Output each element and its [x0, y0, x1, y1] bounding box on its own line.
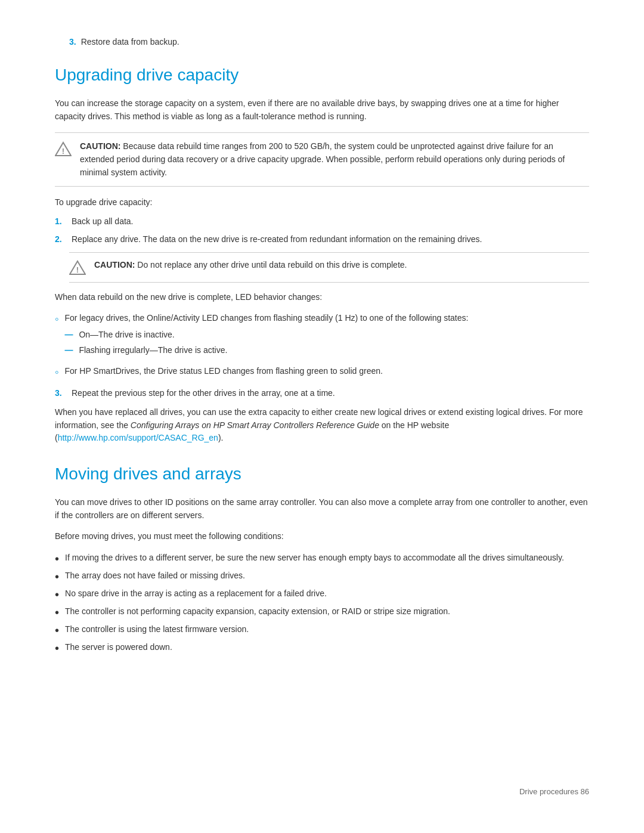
step-content-3: Repeat the previous step for the other d…	[72, 387, 589, 400]
led-bullet-2: ◦	[55, 364, 58, 381]
step3-list: 3. Repeat the previous step for the othe…	[55, 387, 589, 400]
rebuild-intro: When data rebuild on the new drive is co…	[55, 291, 589, 304]
step-number: 3.	[69, 37, 76, 47]
caution-label-1: CAUTION:	[80, 141, 120, 151]
cond-bullet-1: •	[55, 553, 59, 565]
upgrade-step-2: 2. Replace any drive. The data on the ne…	[55, 233, 589, 246]
dash-2: —	[64, 344, 73, 357]
led-sub-list-1: — On—The drive is inactive. — Flashing i…	[64, 329, 468, 357]
led-text-1: For legacy drives, the Online/Activity L…	[64, 312, 468, 360]
led-sub-1-1: — On—The drive is inactive.	[64, 329, 468, 342]
page: 3.Restore data from backup. Upgrading dr…	[0, 0, 644, 833]
upgrade-step-3: 3. Repeat the previous step for the othe…	[55, 387, 589, 400]
svg-text:!: !	[76, 265, 79, 274]
caution-box-2: ! CAUTION: Do not replace any other driv…	[69, 252, 589, 283]
section-title-moving: Moving drives and arrays	[55, 462, 589, 487]
conditions-intro: Before moving drives, you must meet the …	[55, 530, 589, 543]
cond-bullet-2: •	[55, 571, 59, 583]
led-bullet-1: ◦	[55, 311, 58, 328]
caution-text-2: CAUTION: Do not replace any other drive …	[94, 259, 407, 272]
step-num-2: 2.	[55, 233, 69, 246]
condition-4: • The controller is not performing capac…	[55, 605, 589, 618]
condition-2: • The array does not have failed or miss…	[55, 569, 589, 583]
step-content-2: Replace any drive. The data on the new d…	[72, 233, 589, 246]
step-content-1: Back up all data.	[72, 215, 589, 228]
caution-text-1: CAUTION: Because data rebuild time range…	[80, 140, 589, 179]
step-text: Restore data from backup.	[81, 37, 179, 47]
caution-icon-2: !	[69, 259, 86, 276]
section-title-upgrading: Upgrading drive capacity	[55, 63, 589, 88]
upgrade-step-1: 1. Back up all data.	[55, 215, 589, 228]
closing-paragraph: When you have replaced all drives, you c…	[55, 406, 589, 445]
upgrade-steps-list: 1. Back up all data. 2. Replace any driv…	[55, 215, 589, 246]
cond-bullet-5: •	[55, 624, 59, 636]
led-item-2: ◦ For HP SmartDrives, the Drive status L…	[55, 365, 589, 381]
svg-text:!: !	[62, 147, 64, 156]
hp-support-link[interactable]: http://www.hp.com/support/CASAC_RG_en	[58, 433, 218, 442]
step-num-3: 3.	[55, 387, 69, 400]
cond-bullet-6: •	[55, 642, 59, 654]
led-text-2: For HP SmartDrives, the Drive status LED…	[64, 365, 383, 378]
step-intro: 3.Restore data from backup.	[55, 36, 589, 48]
moving-intro: You can move drives to other ID position…	[55, 496, 589, 522]
caution-label-2: CAUTION:	[94, 260, 135, 270]
cond-bullet-3: •	[55, 589, 59, 600]
cond-bullet-4: •	[55, 606, 59, 618]
led-list: ◦ For legacy drives, the Online/Activity…	[55, 312, 589, 381]
to-upgrade-label: To upgrade drive capacity:	[55, 196, 589, 209]
upgrading-intro: You can increase the storage capacity on…	[55, 97, 589, 123]
led-sub-1-2: — Flashing irregularly—The drive is acti…	[64, 344, 468, 357]
caution-icon-1: !	[55, 141, 72, 157]
step-num-1: 1.	[55, 215, 69, 228]
condition-1: • If moving the drives to a different se…	[55, 552, 589, 565]
conditions-list: • If moving the drives to a different se…	[55, 552, 589, 654]
footer: Drive procedures 86	[519, 786, 589, 798]
led-item-1: ◦ For legacy drives, the Online/Activity…	[55, 312, 589, 360]
condition-6: • The server is powered down.	[55, 641, 589, 654]
condition-3: • No spare drive in the array is acting …	[55, 587, 589, 600]
dash-1: —	[64, 329, 73, 342]
caution-box-1: ! CAUTION: Because data rebuild time ran…	[55, 132, 589, 187]
condition-5: • The controller is using the latest fir…	[55, 623, 589, 636]
